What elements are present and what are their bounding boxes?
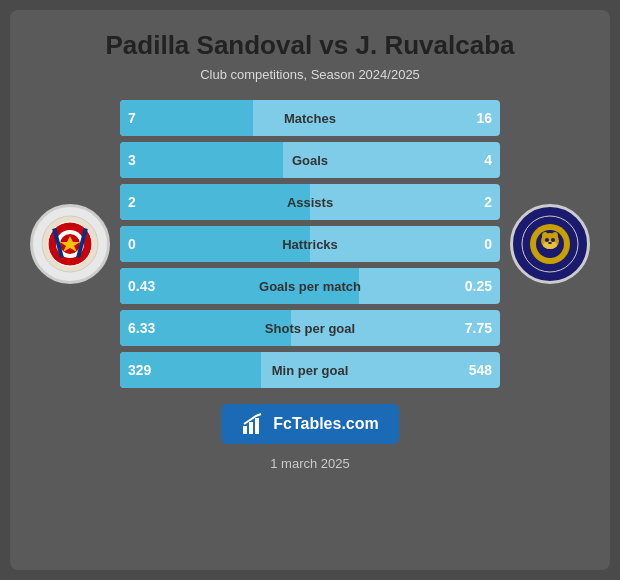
svg-point-14 — [545, 238, 549, 242]
stat-value-right: 4 — [484, 152, 492, 168]
stat-value-left: 0 — [128, 236, 136, 252]
stat-label: Min per goal — [272, 363, 349, 378]
stat-value-right: 0 — [484, 236, 492, 252]
team-logo-right — [510, 204, 590, 284]
stats-section: 7Matches163Goals42Assists20Hattricks00.4… — [120, 100, 500, 388]
stat-value-right: 2 — [484, 194, 492, 210]
stat-label: Assists — [287, 195, 333, 210]
stat-bar-5: 6.33Shots per goal7.75 — [120, 310, 500, 346]
fctables-label: FcTables.com — [273, 415, 379, 433]
svg-rect-17 — [243, 426, 247, 434]
svg-point-16 — [548, 242, 552, 244]
page-subtitle: Club competitions, Season 2024/2025 — [200, 67, 420, 82]
stat-bar-0: 7Matches16 — [120, 100, 500, 136]
stat-row: 329Min per goal548 — [120, 352, 500, 388]
stat-row: 0.43Goals per match0.25 — [120, 268, 500, 304]
stat-bar-3: 0Hattricks0 — [120, 226, 500, 262]
stat-label: Goals per match — [259, 279, 361, 294]
stat-value-right: 548 — [469, 362, 492, 378]
footer-date: 1 march 2025 — [270, 456, 350, 471]
stat-bar-fill-1 — [120, 142, 283, 178]
stat-bar-fill-0 — [120, 100, 253, 136]
page-title: Padilla Sandoval vs J. Ruvalcaba — [106, 30, 515, 61]
stat-label: Shots per goal — [265, 321, 355, 336]
stat-bar-6: 329Min per goal548 — [120, 352, 500, 388]
team-logo-left — [30, 204, 110, 284]
stat-bar-2: 2Assists2 — [120, 184, 500, 220]
svg-point-15 — [551, 238, 555, 242]
stat-bar-4: 0.43Goals per match0.25 — [120, 268, 500, 304]
stat-label: Matches — [284, 111, 336, 126]
stat-value-right: 0.25 — [465, 278, 492, 294]
stat-value-left: 6.33 — [128, 320, 155, 336]
stat-bar-fill-2 — [120, 184, 310, 220]
stat-label: Hattricks — [282, 237, 338, 252]
stat-value-left: 7 — [128, 110, 136, 126]
stat-label: Goals — [292, 153, 328, 168]
svg-rect-18 — [249, 422, 253, 434]
comparison-area: 7Matches163Goals42Assists20Hattricks00.4… — [30, 100, 590, 388]
stat-row: 7Matches16 — [120, 100, 500, 136]
stat-row: 3Goals4 — [120, 142, 500, 178]
fctables-icon — [241, 412, 265, 436]
stat-value-left: 329 — [128, 362, 151, 378]
stat-value-left: 2 — [128, 194, 136, 210]
stat-row: 0Hattricks0 — [120, 226, 500, 262]
fctables-badge: FcTables.com — [221, 404, 399, 444]
stat-value-left: 0.43 — [128, 278, 155, 294]
stat-value-right: 16 — [476, 110, 492, 126]
stat-row: 6.33Shots per goal7.75 — [120, 310, 500, 346]
stat-bar-1: 3Goals4 — [120, 142, 500, 178]
stat-row: 2Assists2 — [120, 184, 500, 220]
comparison-card: Padilla Sandoval vs J. Ruvalcaba Club co… — [10, 10, 610, 570]
stat-value-right: 7.75 — [465, 320, 492, 336]
stat-value-left: 3 — [128, 152, 136, 168]
svg-rect-19 — [255, 418, 259, 434]
